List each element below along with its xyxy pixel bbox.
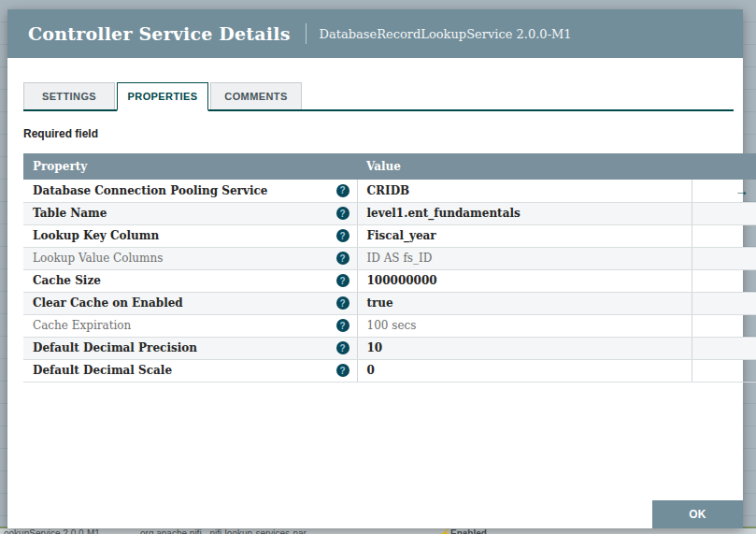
table-row: Default Decimal Scale?0	[23, 359, 756, 382]
action-column-header	[692, 153, 756, 180]
property-name-cell: Lookup Key Column?	[23, 224, 357, 247]
dialog-header: Controller Service Details DatabaseRecor…	[7, 9, 743, 58]
table-row: Default Decimal Precision?10	[23, 337, 756, 359]
property-name-cell: Cache Expiration?	[23, 314, 357, 337]
help-icon[interactable]: ?	[336, 252, 349, 265]
tab-settings[interactable]: SETTINGS	[23, 82, 115, 109]
action-cell	[692, 359, 756, 382]
property-name: Cache Size	[33, 274, 101, 287]
go-to-service-icon[interactable]: →	[735, 182, 749, 198]
action-cell: →	[692, 180, 756, 202]
ok-button[interactable]: OK	[652, 500, 743, 528]
property-value-cell: CRIDB	[357, 180, 692, 202]
table-row: Cache Size?100000000	[23, 269, 756, 292]
dialog-title: Controller Service Details	[28, 23, 291, 44]
property-name: Database Connection Pooling Service	[33, 184, 267, 197]
property-value-cell: ID AS fs_ID	[357, 247, 692, 269]
action-cell	[692, 202, 756, 224]
properties-table: Property Value Database Connection Pooli…	[23, 153, 756, 382]
table-row: Table Name?level1.ent_fundamentals	[23, 202, 756, 224]
property-name-cell: Lookup Value Columns?	[23, 247, 357, 269]
property-name-cell: Default Decimal Scale?	[23, 359, 357, 382]
property-name-cell: Clear Cache on Enabled?	[23, 292, 357, 314]
property-name-cell: Table Name?	[23, 202, 357, 224]
property-name: Default Decimal Precision	[33, 341, 197, 354]
action-cell	[692, 337, 756, 359]
action-cell	[692, 224, 756, 247]
action-cell	[692, 292, 756, 314]
value-column-header: Value	[357, 153, 692, 180]
table-row: Database Connection Pooling Service?CRID…	[23, 180, 756, 202]
tab-bar: SETTINGS PROPERTIES COMMENTS	[23, 82, 734, 111]
property-value-cell: 10	[357, 337, 692, 359]
property-name: Table Name	[33, 207, 107, 220]
action-cell	[692, 269, 756, 292]
property-value-cell: Fiscal_year	[357, 224, 692, 247]
required-field-label: Required field	[23, 127, 734, 140]
table-header-row: Property Value	[23, 153, 756, 180]
action-cell	[692, 314, 756, 337]
property-value-cell: level1.ent_fundamentals	[357, 202, 692, 224]
enabled-bolt-icon: ⚡	[439, 528, 450, 534]
background-bundle-fragment: org.apache.nifi - nifi-lookup-services-n…	[140, 528, 307, 534]
table-row: Lookup Key Column?Fiscal_year	[23, 224, 756, 247]
help-icon[interactable]: ?	[336, 207, 349, 220]
controller-service-details-dialog: Controller Service Details DatabaseRecor…	[7, 9, 743, 528]
property-value-cell: true	[357, 292, 692, 314]
help-icon[interactable]: ?	[336, 229, 349, 242]
help-icon[interactable]: ?	[336, 319, 349, 332]
table-row: Lookup Value Columns?ID AS fs_ID	[23, 247, 756, 269]
property-name-cell: Default Decimal Precision?	[23, 337, 357, 359]
help-icon[interactable]: ?	[336, 184, 349, 197]
property-value-cell: 0	[357, 359, 692, 382]
property-name-cell: Database Connection Pooling Service?	[23, 180, 357, 202]
help-icon[interactable]: ?	[336, 296, 349, 310]
background-state-fragment: Enabled	[450, 528, 487, 534]
property-name: Lookup Value Columns	[33, 252, 163, 265]
tab-comments[interactable]: COMMENTS	[210, 82, 302, 109]
service-name-version: DatabaseRecordLookupService 2.0.0-M1	[320, 27, 572, 41]
help-icon[interactable]: ?	[336, 364, 349, 377]
property-column-header: Property	[23, 153, 357, 180]
property-name-cell: Cache Size?	[23, 269, 357, 292]
property-name: Clear Cache on Enabled	[33, 296, 183, 310]
action-cell	[692, 247, 756, 269]
property-name: Default Decimal Scale	[33, 364, 172, 377]
help-icon[interactable]: ?	[336, 341, 349, 354]
tab-properties[interactable]: PROPERTIES	[117, 82, 208, 111]
property-name: Lookup Key Column	[33, 229, 159, 242]
property-value-cell: 100 secs	[357, 314, 692, 337]
help-icon[interactable]: ?	[336, 274, 349, 287]
title-separator	[306, 23, 307, 44]
dialog-content: SETTINGS PROPERTIES COMMENTS Required fi…	[7, 58, 743, 382]
property-name: Cache Expiration	[33, 319, 131, 332]
table-row: Cache Expiration?100 secs	[23, 314, 756, 337]
background-service-name-fragment: ookupService 2.0.0-M1	[4, 528, 100, 534]
property-value-cell: 100000000	[357, 269, 692, 292]
table-row: Clear Cache on Enabled?true	[23, 292, 756, 314]
